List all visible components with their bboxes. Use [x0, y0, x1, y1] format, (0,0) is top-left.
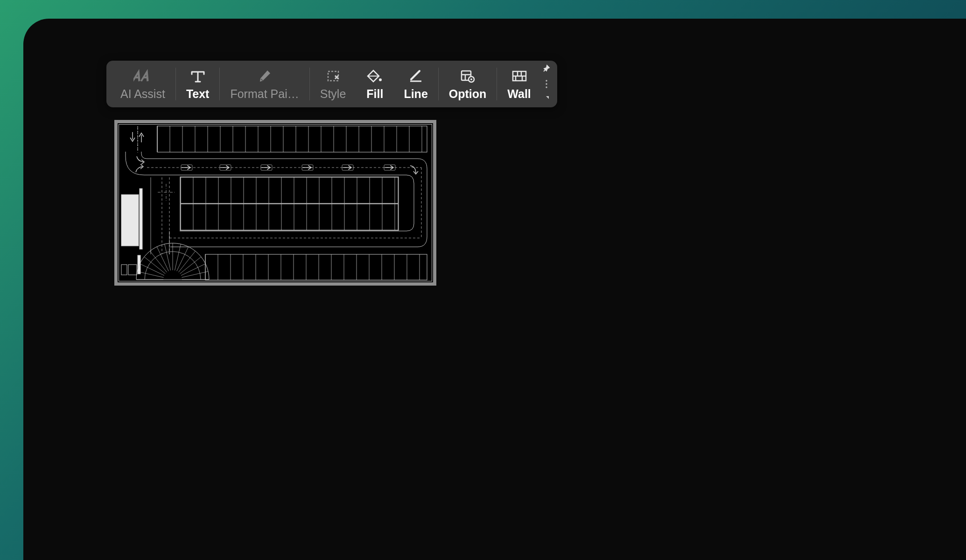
more-icon[interactable] [544, 79, 549, 91]
text-label: Text [186, 87, 210, 101]
svg-rect-51 [181, 204, 398, 230]
line-label: Line [404, 87, 427, 101]
svg-rect-114 [138, 255, 140, 274]
drawing-canvas[interactable] [114, 120, 436, 286]
svg-line-127 [181, 264, 205, 275]
svg-line-125 [178, 251, 195, 272]
svg-line-120 [157, 247, 168, 271]
svg-line-121 [165, 244, 171, 271]
fill-button[interactable]: Fill [356, 61, 393, 107]
svg-line-117 [140, 264, 164, 275]
svg-line-123 [175, 244, 181, 271]
svg-point-1 [379, 78, 382, 81]
text-button[interactable]: Text [176, 61, 220, 107]
svg-point-7 [546, 83, 547, 84]
ai-assist-button[interactable]: AI Assist [110, 61, 175, 107]
style-button[interactable]: Style [310, 61, 357, 107]
toolbar-extra [541, 61, 553, 107]
svg-rect-91 [398, 177, 427, 230]
expand-icon[interactable] [543, 95, 550, 104]
svg-rect-111 [140, 189, 142, 249]
svg-rect-112 [121, 265, 127, 275]
context-toolbar: AI Assist Text Format Pai… [106, 61, 557, 107]
wall-icon [511, 68, 527, 84]
svg-rect-32 [181, 177, 398, 203]
svg-line-116 [137, 272, 164, 278]
ai-assist-label: AI Assist [120, 87, 165, 101]
fill-icon [367, 68, 383, 84]
svg-point-8 [546, 86, 547, 88]
fill-label: Fill [366, 87, 383, 101]
wall-label: Wall [507, 87, 531, 101]
line-button[interactable]: Line [393, 61, 438, 107]
svg-point-4 [470, 78, 472, 80]
svg-line-119 [150, 251, 167, 272]
svg-line-124 [177, 247, 189, 271]
svg-line-126 [180, 257, 201, 273]
svg-rect-0 [328, 71, 338, 81]
style-icon [326, 68, 341, 84]
ai-assist-icon [133, 68, 152, 84]
style-label: Style [320, 87, 346, 101]
svg-point-6 [546, 80, 547, 81]
format-painter-label: Format Pai… [230, 87, 299, 101]
paint-brush-icon [256, 68, 273, 84]
svg-line-128 [182, 272, 208, 278]
option-label: Option [449, 87, 487, 101]
svg-rect-9 [157, 126, 427, 152]
pin-icon[interactable] [542, 64, 551, 75]
option-button[interactable]: Option [439, 61, 497, 107]
line-icon [408, 68, 423, 84]
app-window: AI Assist Text Format Pai… [23, 19, 966, 560]
format-painter-button[interactable]: Format Pai… [220, 61, 309, 107]
wall-button[interactable]: Wall [497, 61, 541, 107]
svg-rect-70 [205, 254, 427, 280]
option-icon [460, 68, 476, 84]
text-icon [190, 68, 206, 84]
svg-rect-113 [128, 265, 137, 275]
floor-plan [119, 125, 432, 281]
svg-line-118 [144, 257, 165, 273]
svg-rect-110 [121, 195, 139, 246]
